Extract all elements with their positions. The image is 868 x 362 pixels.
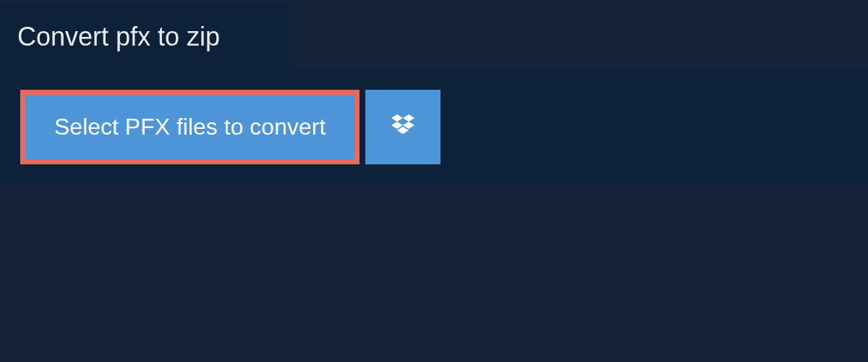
dropbox-icon [388, 111, 417, 143]
select-files-button[interactable]: Select PFX files to convert [20, 90, 359, 164]
tab-header: Convert pfx to zip [0, 4, 289, 70]
conversion-panel: Select PFX files to convert [0, 70, 868, 185]
page-title: Convert pfx to zip [17, 22, 220, 51]
dropbox-button[interactable] [365, 90, 441, 164]
button-row: Select PFX files to convert [20, 90, 848, 164]
select-files-label: Select PFX files to convert [54, 114, 326, 140]
